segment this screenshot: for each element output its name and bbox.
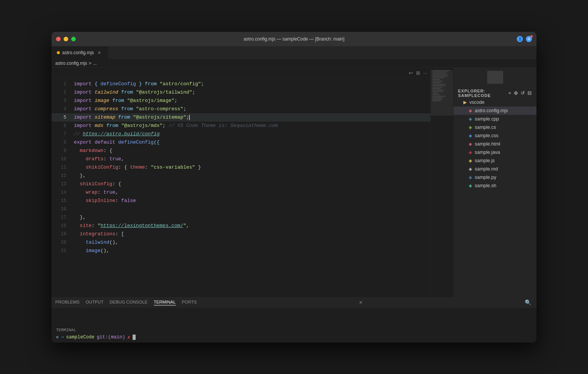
line-content-13: shikiConfig: { (72, 180, 430, 188)
code-line-10: 10 drafts: true, (52, 155, 430, 163)
line-content-19: integrations: [ (72, 230, 430, 238)
line-content-2: import tailwind from "@astrojs/tailwind"… (72, 88, 430, 97)
line-content-17: }, (72, 213, 430, 222)
file-name-sample-md: sample.md (475, 166, 498, 172)
file-name-sample-cpp: sample.cpp (475, 116, 499, 122)
line-num-15: 15 (52, 197, 72, 205)
file-mjs-icon: ◈ (467, 108, 473, 114)
file-cpp-icon: ◈ (467, 116, 473, 122)
refresh-explorer-icon[interactable]: ↺ (521, 90, 525, 96)
code-line-21: 21 image(), (52, 247, 430, 255)
line-num-7: 7 (52, 130, 72, 138)
line-content-12: }, (72, 172, 430, 180)
main-area: ↩ ⊞ ··· 1 import { defineConfig } from "… (52, 68, 536, 297)
notification-badge: ⚙ (526, 36, 532, 42)
maximize-button[interactable] (71, 37, 76, 41)
file-tree-item-sample-md[interactable]: ◈ sample.md (454, 165, 536, 173)
file-name-sample-html: sample.html (475, 141, 500, 147)
code-editor[interactable]: 1 import { defineConfig } from "astro/co… (52, 78, 430, 297)
sidebar-top (454, 68, 536, 87)
terminal-section-title: TERMINAL (56, 328, 76, 332)
code-line-13: 13 shikiConfig: { (52, 180, 430, 188)
new-file-icon[interactable]: + (508, 90, 511, 96)
line-num-13: 13 (52, 180, 72, 188)
code-line-6: 6 import mdx from "@astrojs/mdx"; // VS … (52, 122, 430, 130)
file-tree-item-sample-java[interactable]: ◈ sample.java (454, 148, 536, 156)
file-css-icon: ◈ (467, 133, 473, 139)
line-content-16 (72, 205, 430, 213)
file-name-sample-java: sample.java (475, 150, 500, 155)
line-num-2: 2 (52, 88, 72, 97)
file-sh-icon: ◈ (467, 183, 473, 189)
breadcrumb: astro.config.mjs > ... (52, 59, 536, 68)
line-content-9: markdown: { (72, 147, 430, 155)
file-tree-item-sample-py[interactable]: ◈ sample.py (454, 173, 536, 182)
code-line-4: 4 import compress from "astro-compress"; (52, 105, 430, 113)
line-num-18: 18 (52, 222, 72, 230)
line-content-20: tailwind(), (72, 238, 430, 247)
file-name-vscode: vscode (469, 100, 485, 105)
file-html-icon: ◈ (467, 141, 473, 147)
file-java-icon: ◈ (467, 149, 473, 155)
window-title: astro.config.mjs — sampleCode — [Branch:… (244, 36, 344, 42)
line-num-3: 3 (52, 97, 72, 105)
vscode-window: astro.config.mjs — sampleCode — [Branch:… (52, 32, 536, 343)
code-line-20: 20 tailwind(), (52, 238, 430, 247)
file-name-sample-cs: sample.cs (475, 125, 496, 130)
file-tree-item-sample-cs[interactable]: ◈ sample.cs (454, 123, 536, 131)
line-num-1: 1 (52, 80, 72, 88)
file-tree-item-sample-sh[interactable]: ◈ sample.sh (454, 182, 536, 190)
minimap (430, 68, 453, 297)
file-tree-item-sample-css[interactable]: ◈ sample.css (454, 131, 536, 140)
file-tree-item-sample-cpp[interactable]: ◈ sample.cpp (454, 115, 536, 123)
profile-icon[interactable]: 👤 (517, 36, 523, 42)
close-button[interactable] (56, 37, 61, 41)
terminal-tab-debug-console[interactable]: DEBUG CONSOLE (109, 300, 147, 305)
terminal-tab-output[interactable]: OUTPUT (86, 300, 103, 305)
file-tree[interactable]: ▶ vscode ◈ astro.config.mjs ◈ sample.cpp… (454, 97, 536, 297)
file-py-icon: ◈ (467, 174, 473, 180)
line-num-20: 20 (52, 238, 72, 247)
minimap-viewport (431, 70, 453, 116)
code-line-5: 5 import sitemap from "@astrojs/sitemap"… (52, 113, 430, 122)
collapse-explorer-icon[interactable]: ⊟ (527, 90, 532, 96)
split-editor-icon[interactable]: ⊞ (416, 70, 420, 76)
code-line-17: 17 }, (52, 213, 430, 222)
tab-astro-config[interactable]: astro.config.mjs × (52, 46, 108, 59)
traffic-lights (56, 37, 76, 41)
more-actions-icon[interactable]: ··· (423, 70, 427, 76)
terminal-tab-ports[interactable]: PORTS (182, 300, 197, 305)
line-num-8: 8 (52, 138, 72, 147)
line-content-11: shikiConfig: { theme: "css-variables" } (72, 163, 430, 172)
terminal-tab-problems[interactable]: PROBLEMS (55, 300, 80, 305)
terminal-search-icon[interactable]: 🔍 (525, 299, 531, 305)
line-num-4: 4 (52, 105, 72, 113)
undo-icon[interactable]: ↩ (409, 70, 413, 76)
line-content-10: drafts: true, (72, 155, 430, 163)
badge-dot (530, 35, 533, 38)
line-num-9: 9 (52, 147, 72, 155)
titlebar: astro.config.mjs — sampleCode — [Branch:… (52, 32, 536, 46)
line-content-6: import mdx from "@astrojs/mdx"; // VS Co… (72, 122, 430, 130)
new-folder-icon[interactable]: ⊕ (514, 90, 518, 96)
terminal-git-branch: git:(main) (97, 335, 125, 340)
code-line-8: 8 export default defineConfig({ (52, 138, 430, 147)
line-num-6: 6 (52, 122, 72, 130)
file-cs-icon: ◈ (467, 124, 473, 130)
file-tree-item-sample-html[interactable]: ◈ sample.html (454, 140, 536, 148)
tab-close-button[interactable]: × (96, 50, 102, 56)
breadcrumb-separator: > (89, 61, 91, 66)
tabbar: astro.config.mjs × (52, 46, 536, 59)
terminal-tab-terminal[interactable]: TERMINAL (154, 300, 176, 305)
minimize-button[interactable] (64, 37, 68, 41)
terminal-close-button[interactable]: × (359, 299, 362, 305)
file-tree-item-vscode[interactable]: ▶ vscode (454, 98, 536, 106)
line-content-4: import compress from "astro-compress"; (72, 105, 430, 113)
file-tree-item-sample-js[interactable]: ◈ sample.js (454, 156, 536, 165)
code-line-11: 11 shikiConfig: { theme: "css-variables"… (52, 163, 430, 172)
code-line-16: 16 (52, 205, 430, 213)
terminal-dirty-indicator: ✗ (127, 334, 130, 340)
line-content-21: image(), (72, 247, 430, 255)
file-tree-item-astro-config[interactable]: ◈ astro.config.mjs (454, 106, 536, 115)
settings-icon[interactable]: ⚙ (526, 36, 532, 42)
